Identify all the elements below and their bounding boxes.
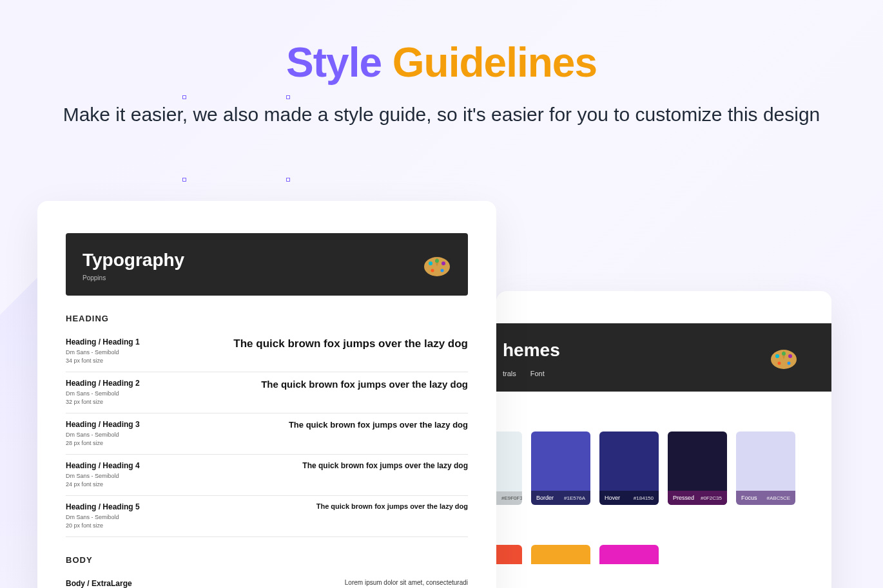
color-swatch[interactable]: #E9F0F3 bbox=[496, 432, 522, 505]
type-sample: Lorem ipsum dolor sit amet, consectetura… bbox=[345, 579, 468, 586]
svg-point-5 bbox=[441, 269, 444, 272]
svg-point-2 bbox=[435, 259, 439, 263]
color-swatch[interactable] bbox=[496, 545, 522, 564]
title-word-guidelines: Guidelines bbox=[393, 39, 597, 86]
svg-point-11 bbox=[788, 362, 791, 365]
color-swatch[interactable]: Focus #ABC5CE bbox=[736, 432, 795, 505]
svg-point-7 bbox=[775, 354, 779, 358]
color-title: hemes bbox=[503, 340, 560, 361]
typography-header: Typography Poppins bbox=[66, 233, 468, 296]
palette-icon bbox=[770, 347, 798, 370]
swatch-row: #E9F0F3 Border #1E576A Hover #184150 Pre… bbox=[496, 432, 831, 505]
type-font: Dm Sans - Semibold bbox=[66, 349, 140, 356]
color-swatch[interactable]: Pressed #0F2C35 bbox=[668, 432, 727, 505]
type-name: Body / ExtraLarge bbox=[66, 579, 132, 588]
swatch-hex: #184150 bbox=[634, 495, 654, 501]
type-row: Heading / Heading 3 Dm Sans - Semibold 2… bbox=[66, 413, 468, 455]
swatch-name: Pressed bbox=[673, 495, 694, 501]
hero-section: Style Guidelines Make it easier, we also… bbox=[0, 0, 883, 130]
heading-section-label: HEADING bbox=[66, 314, 468, 323]
type-row: Heading / Heading 4 Dm Sans - Semibold 2… bbox=[66, 455, 468, 496]
type-size: 34 px font size bbox=[66, 357, 140, 364]
typography-font-meta: Poppins bbox=[82, 274, 184, 281]
color-swatch[interactable] bbox=[531, 545, 590, 564]
swatch-row bbox=[496, 545, 831, 564]
type-name: Heading / Heading 2 bbox=[66, 379, 140, 388]
swatch-name: Border bbox=[536, 495, 554, 501]
type-size: 32 px font size bbox=[66, 399, 140, 405]
type-font: Dm Sans - Semibold bbox=[66, 514, 140, 520]
color-swatch[interactable]: Hover #184150 bbox=[599, 432, 659, 505]
type-sample: The quick brown fox jumps over the lazy … bbox=[302, 461, 468, 470]
color-tab[interactable]: trals bbox=[503, 370, 516, 377]
type-size: 24 px font size bbox=[66, 481, 140, 488]
swatch-hex: #ABC5CE bbox=[767, 495, 790, 501]
swatch-hex: #E9F0F3 bbox=[501, 495, 522, 501]
swatch-hex: #0F2C35 bbox=[701, 495, 722, 501]
swatch-hex: #1E576A bbox=[564, 495, 585, 501]
selection-handle bbox=[182, 178, 186, 182]
svg-point-4 bbox=[431, 269, 434, 272]
type-sample: The quick brown fox jumps over the lazy … bbox=[316, 502, 468, 510]
type-size: 28 px font size bbox=[66, 440, 140, 446]
type-font: Dm Sans - Semibold bbox=[66, 473, 140, 479]
type-row: Heading / Heading 5 Dm Sans - Semibold 2… bbox=[66, 496, 468, 537]
svg-point-10 bbox=[778, 362, 781, 365]
type-sample: The quick brown fox jumps over the lazy … bbox=[289, 420, 468, 430]
svg-point-1 bbox=[429, 261, 432, 265]
color-swatch[interactable]: Border #1E576A bbox=[531, 432, 590, 505]
color-swatch[interactable] bbox=[599, 545, 659, 564]
type-row: Heading / Heading 2 Dm Sans - Semibold 3… bbox=[66, 372, 468, 413]
selection-handle bbox=[286, 178, 290, 182]
page-title: Style Guidelines bbox=[0, 39, 883, 86]
type-sample: The quick brown fox jumps over the lazy … bbox=[261, 379, 468, 390]
color-themes-card: hemes trals Font #E9F0F3 Border #1E576A bbox=[496, 291, 831, 588]
svg-point-9 bbox=[788, 354, 792, 358]
body-section-label: BODY bbox=[66, 555, 468, 565]
type-font: Dm Sans - Semibold bbox=[66, 390, 140, 397]
typography-title: Typography bbox=[82, 250, 184, 270]
svg-point-3 bbox=[442, 261, 445, 265]
title-word-style: Style bbox=[286, 39, 382, 86]
type-font: Dm Sans - Semibold bbox=[66, 432, 140, 438]
type-size: 20 px font size bbox=[66, 522, 140, 529]
type-name: Heading / Heading 5 bbox=[66, 502, 140, 511]
type-row: Body / ExtraLarge Dm Sans - Semibold Lor… bbox=[66, 573, 468, 588]
type-name: Heading / Heading 4 bbox=[66, 461, 140, 470]
palette-icon bbox=[423, 254, 451, 278]
page-subtitle: Make it easier, we also made a style gui… bbox=[0, 99, 883, 130]
svg-point-8 bbox=[782, 352, 786, 356]
color-header: hemes trals Font bbox=[496, 323, 831, 392]
type-name: Heading / Heading 3 bbox=[66, 420, 140, 429]
type-name: Heading / Heading 1 bbox=[66, 337, 140, 346]
typography-card: Typography Poppins HEADING Heading / Hea… bbox=[37, 201, 496, 588]
color-tab[interactable]: Font bbox=[530, 370, 545, 377]
swatch-name: Hover bbox=[605, 495, 620, 501]
type-row: Heading / Heading 1 Dm Sans - Semibold 3… bbox=[66, 331, 468, 372]
type-sample: The quick brown fox jumps over the lazy … bbox=[233, 337, 468, 350]
swatch-name: Focus bbox=[741, 495, 757, 501]
